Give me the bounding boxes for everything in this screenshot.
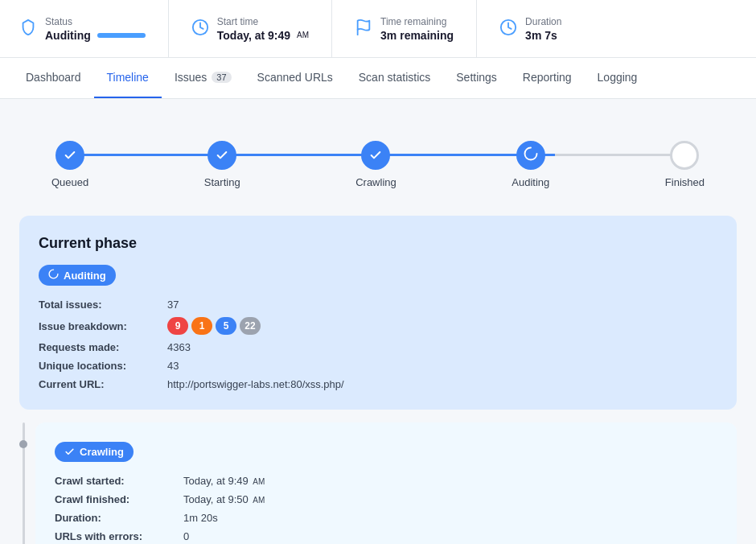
requests-made-label: Requests made:: [39, 341, 167, 353]
current-url-label: Current URL:: [39, 378, 167, 390]
crawling-phase-card: Crawling Crawl started: Today, at 9:49 A…: [35, 422, 737, 544]
timeline-dot: [19, 440, 27, 448]
issue-breakdown-value: 9 1 5 22: [167, 317, 717, 335]
crawl-duration-label: Duration:: [55, 512, 183, 524]
medium-badge: 5: [216, 317, 236, 335]
time-remaining-label: Time remaining: [380, 16, 454, 27]
status-value: Auditing: [45, 29, 146, 42]
requests-made-value: 4363: [167, 341, 717, 353]
crawling-badge: Crawling: [55, 442, 134, 462]
tab-scanned-urls[interactable]: Scanned URLs: [244, 58, 346, 98]
time-remaining-stat: Time remaining 3m remaining: [332, 0, 477, 57]
shield-icon: [19, 19, 37, 39]
crawl-started-value: Today, at 9:49 AM: [183, 475, 717, 487]
timeline-step-crawling: Crawling: [355, 141, 396, 188]
timeline-label-finished: Finished: [665, 176, 705, 188]
duration-label: Duration: [525, 16, 561, 27]
timeline-circle-auditing: [516, 141, 545, 170]
crawl-finished-value: Today, at 9:50 AM: [183, 493, 717, 505]
tab-logging[interactable]: Logging: [585, 58, 651, 98]
current-url-value: http://portswigger-labs.net:80/xss.php/: [167, 378, 717, 390]
critical-badge: 9: [167, 317, 188, 335]
urls-errors-label: URLs with errors:: [55, 530, 183, 542]
header-bar: Status Auditing Start time Today, at 9:4…: [0, 0, 756, 58]
high-badge: 1: [191, 317, 212, 335]
unique-locations-label: Unique locations:: [39, 360, 167, 372]
start-time-value: Today, at 9:49 AM: [217, 29, 309, 42]
timeline: Queued Starting Crawling: [19, 125, 737, 196]
status-stat: Status Auditing: [19, 0, 169, 57]
issue-breakdown-label: Issue breakdown:: [39, 320, 167, 332]
total-issues-value: 37: [167, 299, 717, 311]
timeline-steps: Queued Starting Crawling: [51, 141, 705, 188]
crawling-phase-info: Crawl started: Today, at 9:49 AM Crawl f…: [55, 475, 717, 542]
unique-locations-value: 43: [167, 360, 717, 372]
issue-badges: 9 1 5 22: [167, 317, 717, 335]
timeline-circle-finished: [670, 141, 699, 170]
crawl-finished-label: Crawl finished:: [55, 493, 183, 505]
tab-scan-statistics[interactable]: Scan statistics: [346, 58, 443, 98]
timeline-label-queued: Queued: [51, 176, 88, 188]
current-phase-title: Current phase: [39, 235, 717, 252]
time-remaining-value: 3m remaining: [380, 29, 454, 42]
timeline-step-finished: Finished: [665, 141, 705, 188]
auditing-badge: Auditing: [39, 265, 116, 286]
timer-icon: [499, 19, 517, 39]
clock-icon: [191, 19, 209, 39]
timeline-step-auditing: Auditing: [512, 141, 549, 188]
current-phase-card: Current phase Auditing Total issues: 37 …: [19, 216, 737, 410]
crawl-started-label: Crawl started:: [55, 475, 183, 487]
timeline-circle-queued: [55, 141, 84, 170]
timeline-label-auditing: Auditing: [512, 176, 549, 188]
main-content: Queued Starting Crawling: [0, 99, 756, 544]
spin-icon: [524, 146, 538, 164]
start-time-stat: Start time Today, at 9:49 AM: [169, 0, 332, 57]
timeline-label-starting: Starting: [204, 176, 240, 188]
duration-stat: Duration 3m 7s: [477, 0, 584, 57]
tab-timeline[interactable]: Timeline: [94, 58, 162, 98]
issues-count-badge: 37: [212, 72, 231, 83]
timeline-circle-crawling: [361, 141, 390, 170]
duration-value: 3m 7s: [525, 29, 561, 42]
total-issues-label: Total issues:: [39, 299, 167, 311]
tab-settings[interactable]: Settings: [443, 58, 510, 98]
urls-errors-value: 0: [183, 530, 717, 542]
start-time-label: Start time: [217, 16, 309, 27]
flag-icon: [355, 19, 372, 39]
timeline-label-crawling: Crawling: [355, 176, 396, 188]
tab-dashboard[interactable]: Dashboard: [13, 58, 94, 98]
low-badge: 22: [240, 317, 261, 335]
tab-reporting[interactable]: Reporting: [510, 58, 585, 98]
timeline-circle-starting: [207, 141, 236, 170]
timeline-step-queued: Queued: [51, 141, 88, 188]
tab-issues[interactable]: Issues 37: [162, 58, 244, 98]
crawling-phase-wrapper: Crawling Crawl started: Today, at 9:49 A…: [19, 422, 737, 544]
crawl-duration-value: 1m 20s: [183, 512, 717, 524]
timeline-step-starting: Starting: [204, 141, 240, 188]
current-phase-info: Total issues: 37 Issue breakdown: 9 1 5 …: [39, 299, 717, 390]
status-label: Status: [45, 16, 146, 27]
auditing-spin-icon: [48, 269, 59, 282]
status-progress-bar: [97, 33, 146, 38]
nav-tabs: Dashboard Timeline Issues 37 Scanned URL…: [0, 58, 756, 99]
